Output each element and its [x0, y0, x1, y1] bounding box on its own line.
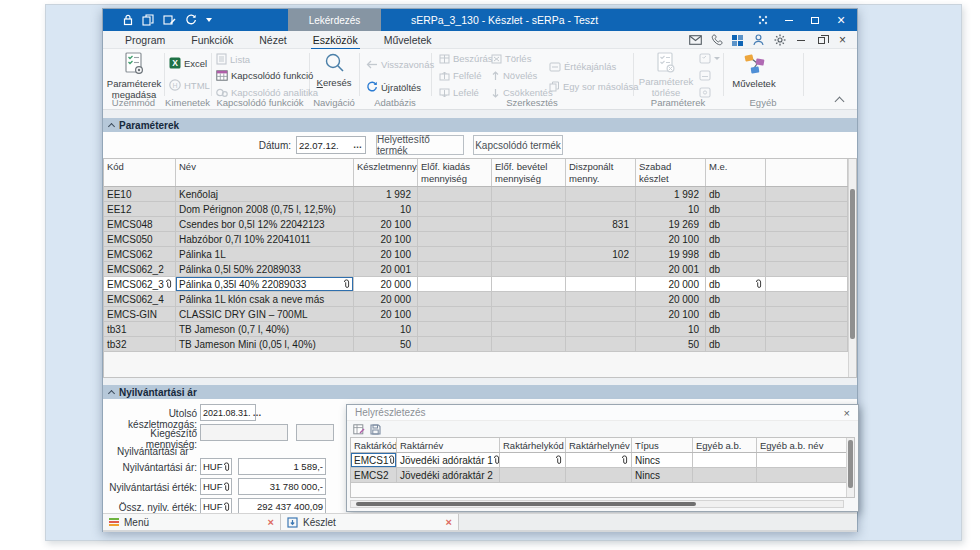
table-cell[interactable]: Pálinka 1L [176, 247, 354, 261]
child-restore-button[interactable] [815, 34, 828, 47]
kapcsolodo-funkcio-button[interactable]: Kapcsolódó funkció [216, 70, 313, 81]
column-header[interactable]: Raktárhelykód [500, 438, 566, 452]
popup-close-button[interactable]: × [844, 407, 850, 419]
table-cell[interactable]: EE12 [104, 202, 176, 216]
table-cell[interactable] [566, 262, 636, 276]
table-cell[interactable] [566, 322, 636, 336]
table-cell[interactable] [766, 292, 848, 306]
popup-vertical-scrollbar[interactable] [846, 438, 854, 497]
table-cell[interactable] [492, 277, 566, 291]
table-cell[interactable] [492, 322, 566, 336]
excel-button[interactable]: X Excel [169, 57, 207, 69]
inventory-vertical-scrollbar[interactable] [848, 159, 856, 377]
table-cell[interactable]: 20 100 [636, 307, 706, 321]
scale-icon[interactable] [753, 9, 773, 31]
table-cell[interactable]: 50 [636, 337, 706, 351]
table-cell[interactable]: db [706, 247, 766, 261]
table-cell[interactable] [418, 202, 492, 216]
table-cell[interactable] [418, 307, 492, 321]
parameterek-megadasa-button[interactable]: Paraméterek megadása [105, 51, 163, 101]
table-cell[interactable] [757, 453, 849, 467]
table-cell[interactable] [566, 453, 632, 467]
table-row[interactable]: EMCS050Habzóbor 0,7l 10% 2204101120 1002… [104, 232, 848, 247]
popup-horizontal-scrollbar[interactable] [350, 500, 844, 508]
nyilvantartasi-ar-currency[interactable]: HUF [200, 458, 232, 475]
table-cell[interactable]: CLASSIC DRY GIN – 700ML [176, 307, 354, 321]
table-cell[interactable] [492, 187, 566, 201]
table-cell[interactable] [566, 232, 636, 246]
table-cell[interactable]: Jövedéki adóraktár 2 [397, 468, 500, 482]
menu-item-0[interactable]: Program [123, 32, 167, 49]
edit-window-icon[interactable] [163, 14, 176, 26]
table-cell[interactable]: Jövedéki adóraktár 1 [397, 453, 500, 467]
table-cell[interactable]: db [706, 217, 766, 231]
table-cell[interactable]: db [706, 202, 766, 216]
table-cell[interactable] [500, 453, 566, 467]
table-cell[interactable] [418, 262, 492, 276]
table-cell[interactable]: EMCS-GIN [104, 307, 176, 321]
table-cell[interactable] [418, 247, 492, 261]
table-row[interactable]: EMCS2Jövedéki adóraktár 2Nincs [351, 468, 846, 483]
kereses-button[interactable]: Keresés [312, 51, 356, 89]
table-cell[interactable] [418, 277, 492, 291]
table-cell[interactable]: EE10 [104, 187, 176, 201]
child-minimize-button[interactable] [794, 34, 807, 47]
table-cell[interactable]: 19 269 [636, 217, 706, 231]
column-header[interactable]: Típus [632, 438, 693, 452]
table-cell[interactable] [418, 322, 492, 336]
table-cell[interactable]: Nincs [632, 468, 693, 482]
table-cell[interactable]: db [706, 307, 766, 321]
table-cell[interactable] [766, 247, 848, 261]
muveletek-button[interactable]: Műveletek [729, 51, 779, 90]
tab-menu[interactable]: Menü × [103, 514, 281, 530]
table-cell[interactable]: EMCS062_2 [104, 262, 176, 276]
table-cell[interactable]: EMCS062_3 [104, 277, 176, 291]
column-header[interactable]: Előf. kiadás mennyiség [418, 159, 492, 186]
refresh-icon[interactable] [185, 14, 197, 26]
table-cell[interactable] [492, 262, 566, 276]
table-cell[interactable] [693, 468, 757, 482]
menu-item-2[interactable]: Nézet [257, 32, 288, 49]
table-cell[interactable]: db [706, 262, 766, 276]
column-header[interactable]: Egyéb a.b. kód [693, 438, 757, 452]
maximize-button[interactable] [805, 9, 825, 31]
table-cell[interactable] [418, 217, 492, 231]
copy-pages-icon[interactable] [142, 14, 154, 26]
lock-icon[interactable] [123, 14, 133, 26]
table-cell[interactable]: 20 100 [354, 217, 418, 231]
popup-title-bar[interactable]: Helyrészletezés × [347, 405, 858, 421]
table-cell[interactable]: TB Jameson Mini (0,05 l, 40%) [176, 337, 354, 351]
qat-dropdown-icon[interactable] [206, 18, 212, 22]
table-cell[interactable] [566, 292, 636, 306]
table-cell[interactable] [766, 187, 848, 201]
table-cell[interactable] [766, 232, 848, 246]
table-cell[interactable]: EMCS062 [104, 247, 176, 261]
column-header[interactable]: Diszponált menny. [566, 159, 636, 186]
utolso-keszletmozgas-input[interactable]: 2021.08.31. … [200, 404, 256, 421]
nyilvantartasi-ar-value[interactable]: 1 589,- [238, 458, 326, 475]
table-cell[interactable] [418, 232, 492, 246]
table-cell[interactable] [418, 187, 492, 201]
tab-keszlet[interactable]: Készlet × [281, 514, 459, 530]
table-cell[interactable]: 19 998 [636, 247, 706, 261]
table-cell[interactable] [418, 337, 492, 351]
tab-keszlet-close-icon[interactable]: × [446, 516, 452, 528]
menu-item-1[interactable]: Funkciók [189, 32, 235, 49]
table-row[interactable]: EE10Kenőolaj1 9921 992db [104, 187, 848, 202]
table-cell[interactable]: Habzóbor 0,7l 10% 22041011 [176, 232, 354, 246]
table-row[interactable]: EMCS062Pálinka 1L20 10010219 998db [104, 247, 848, 262]
column-header[interactable]: Egyéb a.b. név [757, 438, 849, 452]
table-cell[interactable]: 10 [354, 322, 418, 336]
table-row[interactable]: EMCS-GINCLASSIC DRY GIN – 700ML20 10020 … [104, 307, 848, 322]
table-cell[interactable]: Nincs [632, 453, 693, 467]
column-header[interactable]: Raktárkód [351, 438, 397, 452]
table-cell[interactable]: 20 100 [354, 232, 418, 246]
table-cell[interactable]: 20 100 [636, 232, 706, 246]
table-cell[interactable] [693, 453, 757, 467]
kapcsolodo-termek-button[interactable]: Kapcsolódó termék [473, 135, 563, 155]
table-row[interactable]: EMCS1Jövedéki adóraktár 1Nincs [351, 453, 846, 468]
table-cell[interactable] [492, 217, 566, 231]
nyilvantartasi-ertek-currency[interactable]: HUF [200, 478, 232, 495]
table-cell[interactable] [757, 468, 849, 482]
column-header[interactable]: Előf. bevétel mennyiség [492, 159, 566, 186]
